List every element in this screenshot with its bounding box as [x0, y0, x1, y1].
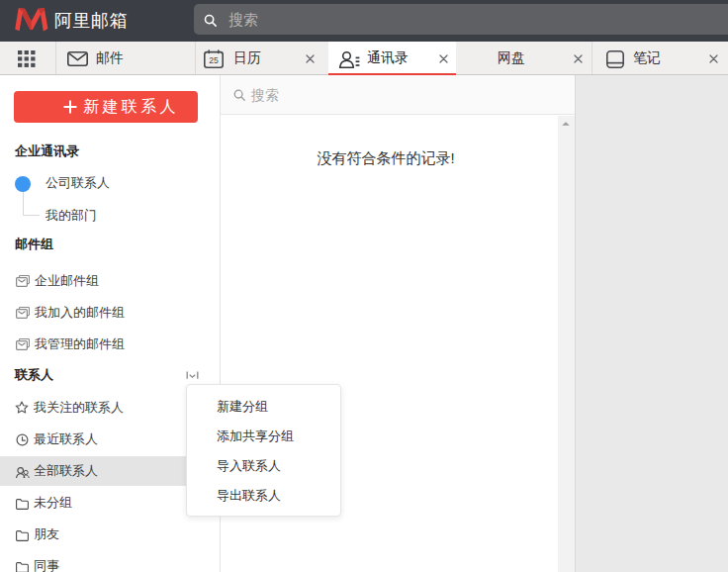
svg-text:25: 25 — [209, 55, 219, 65]
